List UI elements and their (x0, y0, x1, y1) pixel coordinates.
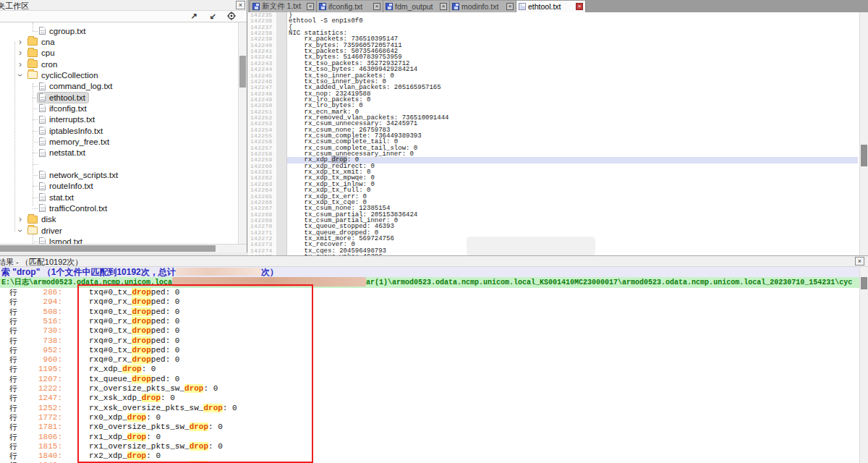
tab-close-icon[interactable]: × (440, 3, 447, 10)
row-line-number: 1247: (22, 394, 62, 403)
editor-tab-ethtool-txt[interactable]: ethtool.txt× (516, 1, 586, 12)
tab-close-icon[interactable]: × (506, 3, 514, 10)
chevron-right-icon[interactable]: › (17, 49, 24, 56)
results-close-icon[interactable]: × (855, 257, 864, 266)
tree-item-command-log-txt[interactable]: command_log.txt (0, 81, 238, 92)
file-icon (39, 116, 46, 124)
line-text: ethtool -S enp1s0f0 (289, 18, 363, 24)
tree-item-box: stat.txt (38, 192, 77, 203)
chevron-down-icon[interactable]: › (17, 72, 24, 79)
tree-item-cron[interactable]: ›cron (0, 59, 238, 69)
file-icon (39, 137, 46, 145)
editor-code-area: 142235}142236ethtool -S enp1s0f0142237{1… (248, 12, 868, 255)
editor-tab-fdm-output[interactable]: fdm_output× (383, 1, 450, 12)
tree-spacer (0, 158, 238, 169)
tab-close-icon[interactable]: × (576, 3, 583, 10)
folder-icon (27, 71, 38, 79)
editor-tab-ifconfig-txt[interactable]: ifconfig.txt× (317, 1, 383, 12)
save-icon (519, 3, 526, 10)
tree-item-label: ifconfig.txt (49, 104, 87, 113)
tree-item-iptablesinfo-txt[interactable]: iptablesInfo.txt (0, 125, 238, 136)
row-line-label: 行 (9, 433, 17, 442)
results-vertical-scrollbar[interactable] (859, 267, 868, 463)
tree-vertical-scrollbar[interactable] (238, 22, 247, 244)
tree-item-ethtool-txt[interactable]: ethtool.txt (0, 92, 238, 103)
tree-item-network-scripts-txt[interactable]: network_scripts.txt (0, 169, 238, 180)
chevron-right-icon[interactable]: › (17, 216, 24, 223)
row-line-number: 286: (22, 288, 62, 297)
tree-item-box: iptablesInfo.txt (38, 126, 106, 136)
tree-item-lsmod-txt[interactable]: lsmod.txt (0, 236, 238, 244)
tree-item-label: network_scripts.txt (49, 171, 118, 179)
save-icon (386, 3, 393, 10)
tree-item-cycliccollection[interactable]: ›cyclicCollection (0, 69, 238, 80)
editor-tab-modinfo-txt[interactable]: modinfo.txt× (450, 1, 516, 12)
row-line-label: 行 (9, 297, 17, 307)
annotation-rectangle (77, 284, 313, 463)
search-results-panel: 结果 - （匹配10192次） × 索 "drop" （1个文件中匹配到1019… (0, 255, 868, 463)
workspace-titlebar: 夹工作区 × (0, 0, 247, 11)
tree-item-label: disk (41, 215, 56, 224)
tree-item-routeinfo-txt[interactable]: routeInfo.txt (0, 181, 238, 192)
tree-item-label: cgroup.txt (49, 27, 86, 35)
tree-item-cgroup-txt[interactable]: cgroup.txt (0, 25, 238, 36)
tree-item-label: ethtool.txt (49, 93, 85, 102)
tree-item-box: routeInfo.txt (38, 181, 96, 191)
tree-item-box: cpu (26, 48, 58, 58)
tree-item-box: interrupts.txt (38, 114, 98, 124)
editor-pane: 新文件 1.txt×ifconfig.txt×fdm_output×modinf… (248, 0, 868, 255)
tree-item-label: cna (41, 38, 55, 46)
expand-all-icon[interactable]: ↗ (189, 12, 199, 21)
results-vertical-scrollbar-thumb[interactable] (861, 277, 867, 289)
tree-item-interrupts-txt[interactable]: interrupts.txt (0, 114, 238, 125)
workspace-title: 夹工作区 (0, 1, 29, 11)
row-line-label: 行 (9, 288, 17, 297)
row-line-label: 行 (9, 307, 17, 317)
file-icon (39, 182, 46, 190)
tree-vertical-scrollbar-thumb[interactable] (239, 56, 246, 88)
row-line-label: 行 (9, 442, 17, 451)
workspace-close-icon[interactable]: × (236, 1, 245, 9)
row-line-number: 1781: (22, 422, 62, 432)
results-title: 结果 - （匹配10192次） (0, 257, 82, 268)
tree-horizontal-scrollbar[interactable] (0, 244, 247, 252)
collapse-all-icon[interactable]: ↙ (208, 12, 218, 21)
workspace-toolbar: ↗ ↙ (0, 11, 247, 22)
file-icon (39, 93, 46, 101)
editor-tab--1-txt[interactable]: 新文件 1.txt× (250, 1, 317, 12)
tree-item-label: iptablesInfo.txt (49, 127, 103, 135)
tree-item-box: cron (26, 59, 60, 69)
tab-close-icon[interactable]: × (307, 3, 314, 10)
tree-item-memory-free-txt[interactable]: memory_free.txt (0, 136, 238, 147)
tree-item-label: stat.txt (49, 193, 74, 202)
row-line-label: 行 (9, 422, 17, 432)
row-line-label: 行 (9, 451, 17, 461)
tree-item-label: command_log.txt (49, 82, 113, 90)
locate-current-file-icon[interactable] (226, 12, 237, 21)
tree-horizontal-scrollbar-thumb[interactable] (0, 245, 216, 252)
row-line-number: 960: (22, 355, 62, 365)
tab-close-icon[interactable]: × (373, 3, 380, 10)
editor-vertical-scrollbar-thumb[interactable] (861, 145, 867, 166)
tree-item-cpu[interactable]: ›cpu (0, 48, 238, 59)
tree-item-trafficcontrol-txt[interactable]: trafficControl.txt (0, 203, 238, 213)
chevron-right-icon[interactable]: › (17, 61, 24, 68)
chevron-right-icon[interactable]: › (17, 38, 24, 46)
tree-item-box: lsmod.txt (38, 237, 85, 244)
tree-item-ifconfig-txt[interactable]: ifconfig.txt (0, 103, 238, 114)
row-line-number: 1195: (22, 365, 62, 374)
row-line-label: 行 (9, 404, 17, 413)
chevron-down-icon[interactable]: › (17, 227, 24, 234)
tree-item-disk[interactable]: ›disk (0, 214, 238, 225)
row-line-number: 516: (22, 317, 62, 326)
tree-item-cna[interactable]: ›cna (0, 36, 238, 47)
tree-item-driver[interactable]: ›driver (0, 225, 238, 236)
results-header: 结果 - （匹配10192次） × (0, 256, 868, 267)
tab-label: ifconfig.txt (328, 2, 371, 11)
tree-item-label: cpu (41, 48, 55, 57)
editor-vertical-scrollbar[interactable] (859, 12, 868, 255)
tree-item-netstat-txt[interactable]: netstat.txt (0, 148, 238, 158)
tree-item-box: cgroup.txt (38, 26, 89, 36)
tree-item-stat-txt[interactable]: stat.txt (0, 192, 238, 203)
file-icon (39, 82, 46, 90)
